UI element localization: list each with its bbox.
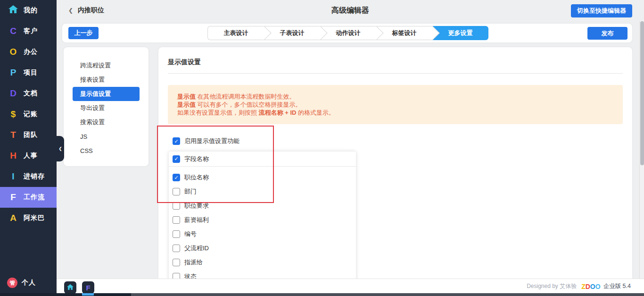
- checkbox-label: 指派给: [184, 258, 203, 267]
- notice-line: 如果没有设置显示值，则按照 流程名称 + ID 的格式显示。: [177, 109, 613, 117]
- checkbox-label: 薪资福利: [184, 216, 209, 224]
- sidebar-item-label: 团队: [24, 131, 38, 139]
- page-title: 高级编辑器: [198, 6, 503, 16]
- step-toolbar: 上一步 主表设计 子表设计 动作设计 标签设计 更多设置 发布: [62, 24, 632, 42]
- sidebar-item-inventory[interactable]: I 进销存: [0, 166, 57, 187]
- checkbox-label: 职位名称: [184, 173, 209, 182]
- prev-step-button[interactable]: 上一步: [68, 27, 99, 39]
- field-list-panel: ✓ 字段名称 ✓ 职位名称 ✓ 部门 ✓ 职位要求 ✓ 薪资福利: [169, 152, 356, 279]
- field-header-row: ✓ 字段名称: [169, 152, 356, 167]
- nav-item-display-value[interactable]: 显示值设置: [73, 87, 140, 101]
- sidebar-item-doc[interactable]: D 文档: [0, 83, 57, 104]
- content-area: ❮ 内推职位 高级编辑器 切换至快捷编辑器 上一步 主表设计 子表设计 动作设计…: [57, 0, 644, 296]
- sidebar-item-label: 办公: [24, 48, 38, 56]
- collapse-chevron-icon: ❮: [58, 146, 62, 151]
- nav-item-search[interactable]: 搜索设置: [73, 115, 140, 129]
- sidebar-item-label: 人事: [24, 152, 38, 160]
- settings-panel: 显示值设置 显示值 在其他流程调用本流程数据时生效。 显示值 可以有多个，多个值…: [158, 47, 632, 279]
- sidebar-item-personal[interactable]: 管 个人: [0, 273, 57, 292]
- field-checkbox[interactable]: ✓: [173, 174, 180, 181]
- inventory-icon: I: [7, 171, 19, 182]
- sidebar-item-label: 我的: [24, 6, 38, 15]
- sidebar-item-label: 文档: [24, 89, 38, 98]
- wizard-steps: 主表设计 子表设计 动作设计 标签设计 更多设置: [207, 26, 488, 40]
- field-row: ✓ 状态: [169, 270, 356, 279]
- step-action[interactable]: 动作设计: [320, 26, 376, 40]
- active-app-indicator: [82, 293, 94, 296]
- sidebar-item-accounting[interactable]: $ 记账: [0, 104, 57, 125]
- version-text: 企业版 5.4: [603, 282, 631, 290]
- checkbox-label: 父流程ID: [184, 244, 209, 253]
- field-checkbox[interactable]: ✓: [173, 216, 180, 224]
- check-icon: ✓: [174, 139, 178, 144]
- back-label: 内推职位: [78, 6, 104, 15]
- field-row: ✓ 部门: [169, 185, 356, 199]
- field-checkbox[interactable]: ✓: [173, 230, 180, 238]
- workflow-icon: F: [7, 192, 19, 203]
- publish-button[interactable]: 发布: [587, 27, 627, 40]
- sidebar-item-team[interactable]: T 团队: [0, 125, 57, 145]
- switch-editor-button[interactable]: 切换至快捷编辑器: [571, 4, 632, 17]
- profile-label: 个人: [22, 279, 36, 287]
- check-icon: ✓: [174, 175, 178, 180]
- field-row: ✓ 父流程ID: [169, 241, 356, 255]
- nav-item-export[interactable]: 导出设置: [73, 101, 140, 115]
- sidebar-item-my[interactable]: 我的: [0, 0, 57, 21]
- nav-item-js[interactable]: JS: [73, 129, 140, 144]
- field-checkbox[interactable]: ✓: [173, 202, 180, 210]
- field-checkbox[interactable]: ✓: [173, 273, 180, 279]
- sidebar-item-workflow[interactable]: F 工作流: [0, 187, 57, 208]
- dock-workflow-button[interactable]: F: [82, 281, 94, 294]
- accounting-icon: $: [7, 109, 19, 119]
- step-more-settings[interactable]: 更多设置: [432, 26, 488, 40]
- back-link[interactable]: ❮ 内推职位: [68, 6, 104, 15]
- workflow-icon: F: [86, 284, 90, 292]
- checkbox-label: 启用显示值设置功能: [184, 137, 239, 145]
- nav-item-cross-flow[interactable]: 跨流程设置: [73, 59, 140, 73]
- nav-item-report[interactable]: 报表设置: [73, 73, 140, 87]
- sidebar-collapse-button[interactable]: ❮: [57, 136, 64, 161]
- field-row: ✓ 薪资福利: [169, 213, 356, 227]
- sidebar-item-label: 客户: [24, 27, 38, 35]
- field-row: ✓ 编号: [169, 227, 356, 241]
- sidebar-item-hr[interactable]: H 人事: [0, 145, 57, 166]
- notice-line: 显示值 可以有多个，多个值以空格拼接显示。: [177, 101, 613, 109]
- field-checkbox[interactable]: ✓: [173, 259, 180, 266]
- home-icon: [7, 5, 19, 16]
- field-row: ✓ 职位名称: [169, 170, 356, 185]
- team-icon: T: [7, 130, 19, 140]
- top-header: ❮ 内推职位 高级编辑器 切换至快捷编辑器: [57, 0, 644, 21]
- checkbox-label: 编号: [184, 230, 197, 238]
- field-name-checkbox[interactable]: ✓: [173, 155, 180, 163]
- vertical-scrollbar: [639, 21, 644, 279]
- amoeba-icon: A: [7, 213, 19, 223]
- customer-icon: C: [7, 26, 19, 36]
- checkbox-label: 部门: [184, 187, 197, 196]
- sidebar-item-label: 项目: [24, 68, 38, 77]
- user-avatar: 管: [7, 278, 17, 288]
- divider: [168, 73, 623, 74]
- field-checkbox[interactable]: ✓: [173, 188, 180, 195]
- taskbar-edge-dark: [0, 293, 131, 296]
- sidebar-item-customer[interactable]: C 客户: [0, 21, 57, 42]
- sidebar-item-office[interactable]: O 办公: [0, 42, 57, 62]
- nav-item-css[interactable]: CSS: [73, 144, 140, 158]
- sidebar-item-label: 记账: [24, 110, 38, 118]
- section-title: 显示值设置: [168, 58, 623, 67]
- field-checkbox[interactable]: ✓: [173, 245, 180, 252]
- dock-home-button[interactable]: [64, 281, 76, 294]
- checkbox-label: 状态: [184, 272, 197, 279]
- field-row: ✓ 职位要求: [169, 199, 356, 213]
- sidebar-item-label: 工作流: [24, 193, 45, 202]
- sidebar-item-label: 进销存: [24, 172, 45, 181]
- sidebar-item-project[interactable]: P 项目: [0, 62, 57, 83]
- step-label[interactable]: 标签设计: [376, 26, 432, 40]
- notice-box: 显示值 在其他流程调用本流程数据时生效。 显示值 可以有多个，多个值以空格拼接显…: [168, 85, 623, 124]
- step-sub-table[interactable]: 子表设计: [264, 26, 320, 40]
- sidebar-item-amoeba[interactable]: A 阿米巴: [0, 208, 57, 228]
- sidebar-item-label: 阿米巴: [24, 214, 45, 222]
- notice-line: 显示值 在其他流程调用本流程数据时生效。: [177, 93, 613, 101]
- scrollbar-thumb[interactable]: [640, 21, 644, 165]
- enable-display-value-checkbox[interactable]: ✓: [173, 137, 180, 145]
- step-main-table[interactable]: 主表设计: [207, 26, 264, 40]
